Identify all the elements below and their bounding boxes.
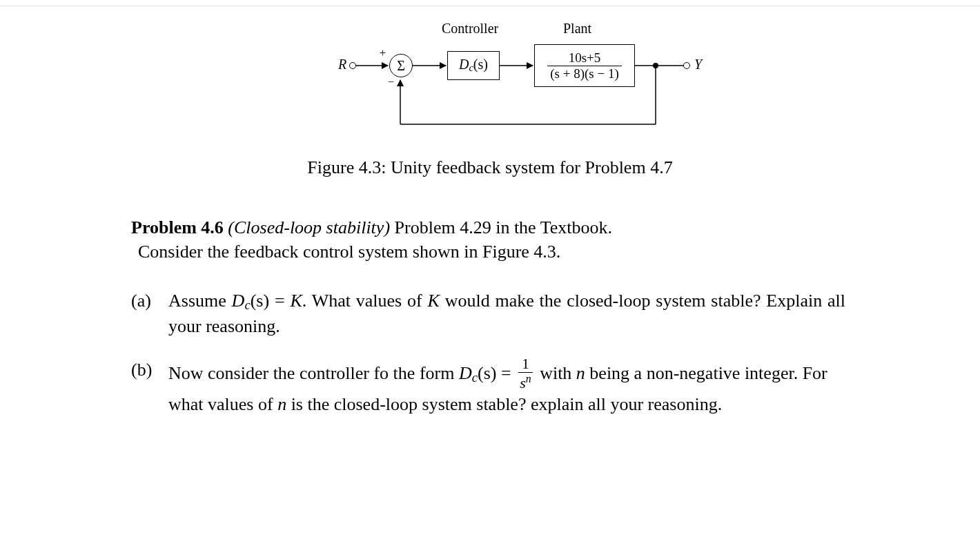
problem-heading: Problem 4.6 (Closed-loop stability) Prob…: [131, 215, 845, 240]
problem-number: Problem 4.6: [131, 217, 224, 237]
top-rule: [0, 6, 980, 6]
sum-minus: −: [388, 76, 394, 88]
part-a-label: (a): [131, 289, 168, 338]
part-a: (a) Assume Dc(s) = K. What values of K w…: [131, 289, 845, 338]
page: Controller Plant R + − Σ Dc(s) 10s+5 (s …: [0, 0, 980, 544]
plant-numerator: 10s+5: [547, 51, 622, 66]
pickoff-node: [653, 63, 658, 68]
plant-tf: 10s+5 (s + 8)(s − 1): [547, 51, 622, 81]
plant-heading: Plant: [563, 21, 591, 37]
sigma-symbol: Σ: [397, 58, 405, 73]
output-label: Y: [694, 57, 702, 72]
part-a-text: Assume Dc(s) = K. What values of K would…: [168, 289, 845, 338]
input-node: [349, 62, 356, 69]
input-label: R: [338, 57, 346, 72]
figure-caption: Figure 4.3: Unity feedback system for Pr…: [0, 157, 980, 178]
part-b-fraction: 1sn: [518, 356, 532, 391]
plant-denominator: (s + 8)(s − 1): [547, 66, 622, 81]
problem-body: Problem 4.6 (Closed-loop stability) Prob…: [131, 215, 845, 436]
part-b-label: (b): [131, 358, 168, 416]
diagram-wires: [331, 21, 704, 138]
sum-plus: +: [380, 47, 386, 59]
block-diagram: Controller Plant R + − Σ Dc(s) 10s+5 (s …: [331, 21, 704, 138]
controller-tf: Dc(s): [459, 57, 488, 74]
parts-list: (a) Assume Dc(s) = K. What values of K w…: [131, 289, 845, 416]
problem-line2: Consider the feedback control system sho…: [138, 240, 845, 264]
controller-heading: Controller: [442, 21, 498, 37]
problem-title: (Closed-loop stability): [228, 217, 390, 237]
part-b-text: Now consider the controller fo the form …: [168, 358, 845, 416]
problem-rest: Problem 4.29 in the Textbook.: [395, 217, 612, 237]
part-b: (b) Now consider the controller fo the f…: [131, 358, 845, 416]
summing-junction: Σ: [389, 54, 413, 77]
plant-block: 10s+5 (s + 8)(s − 1): [534, 44, 635, 87]
output-node: [683, 62, 690, 69]
controller-block: Dc(s): [447, 51, 500, 80]
